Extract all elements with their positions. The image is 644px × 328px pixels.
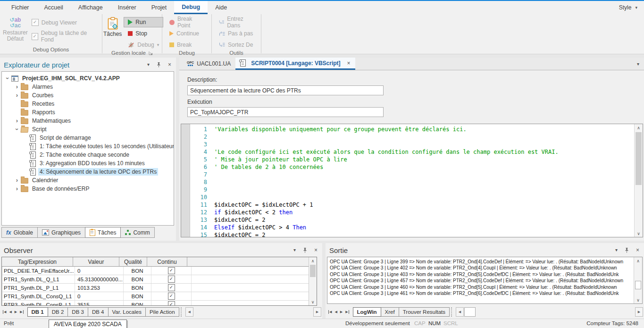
- nav-next-icon[interactable]: ▶: [340, 310, 343, 314]
- nav-first-icon[interactable]: ◀: [3, 310, 6, 314]
- output-tab-logwin[interactable]: LogWin: [353, 307, 381, 317]
- scroll-down-icon[interactable]: ∨: [634, 296, 642, 303]
- output-tab-xref[interactable]: Xref: [381, 307, 399, 317]
- ribbon-tab-debug[interactable]: Debug: [174, 1, 208, 14]
- panel-menu-icon[interactable]: ▾: [615, 248, 618, 252]
- nav-first-icon[interactable]: ◀: [328, 310, 332, 314]
- tree-item-math-matiques[interactable]: ›Mathématiques: [2, 117, 174, 125]
- taches-button[interactable]: Tâches: [103, 16, 122, 37]
- column-header-valeur[interactable]: Valeur: [73, 257, 119, 266]
- watch-tab-var-locales[interactable]: Var. Locales: [108, 307, 146, 317]
- breakpoint-gutter[interactable]: [181, 124, 190, 237]
- log-vertical-scrollbar[interactable]: ∧ ∨: [634, 257, 642, 303]
- close-icon[interactable]: ×: [168, 62, 171, 67]
- pin-icon[interactable]: [303, 247, 307, 253]
- stop-button[interactable]: Stop: [124, 28, 163, 39]
- nav-last-icon[interactable]: ▶: [20, 310, 23, 314]
- watch-tab-db-4[interactable]: DB 4: [88, 307, 109, 317]
- column-header-tag-expression[interactable]: Tag/Expression: [2, 257, 73, 266]
- doc-tab-script0004-langage-v[interactable]: SCRIPT0004 [Langage: VBScript]×: [235, 58, 355, 70]
- tree-item-recettes[interactable]: Recettes: [2, 100, 174, 108]
- tree-expander-icon[interactable]: ›: [13, 84, 21, 90]
- continue-button[interactable]: Continue: [165, 28, 209, 39]
- style-button[interactable]: Style ▾: [619, 1, 637, 14]
- close-icon[interactable]: ×: [347, 60, 351, 67]
- output-tab-trouver-resultats[interactable]: Trouver Resultats: [399, 307, 450, 317]
- explorer-tab-graphiques[interactable]: Graphiques: [37, 227, 85, 238]
- explorer-tab-comm[interactable]: Comm: [120, 227, 154, 238]
- tab-overflow-icon[interactable]: ▾: [637, 61, 639, 67]
- tree-item-script[interactable]: ›Script: [2, 125, 174, 134]
- panel-menu-icon[interactable]: ▾: [147, 62, 150, 67]
- scroll-up-icon[interactable]: ∧: [634, 257, 642, 264]
- column-header-qualit[interactable]: Qualité: [119, 257, 147, 266]
- explorer-tab-globale[interactable]: fxGlobale: [1, 227, 38, 238]
- step-into-button[interactable]: Entrez Dans: [215, 17, 258, 27]
- nav-prev-icon[interactable]: ◀: [9, 310, 11, 314]
- hscrollbar-thumb[interactable]: [464, 307, 476, 317]
- tree-item-rapports[interactable]: Rapports: [2, 108, 174, 117]
- description-input[interactable]: [187, 85, 384, 95]
- table-row[interactable]: PDL_DEIE.TA_FinEffaceUr...0BON✓: [2, 267, 317, 275]
- scroll-right-icon[interactable]: ▶: [635, 307, 643, 317]
- scroll-left-icon[interactable]: ◀: [456, 307, 464, 317]
- ribbon-tab-fichier[interactable]: Fichier: [4, 1, 37, 14]
- scroll-up-icon[interactable]: ∧: [309, 257, 317, 264]
- doc-tab-uacl001-ua[interactable]: OPCUACL001.UA: [182, 58, 235, 70]
- ribbon-tab-aide[interactable]: Aide: [208, 1, 234, 14]
- continu-checkbox[interactable]: ✓: [168, 284, 175, 291]
- code-editor[interactable]: 123456789101112131415 'Variables disponi…: [181, 124, 643, 237]
- continu-checkbox[interactable]: ✓: [168, 293, 175, 300]
- code-lines[interactable]: 'Variables disponible uniquement pour ce…: [209, 124, 634, 237]
- tree-item-courbes[interactable]: ›Courbes: [2, 91, 174, 100]
- panel-menu-icon[interactable]: ▾: [293, 248, 296, 252]
- debug-dropdown-button[interactable]: Debug ▾: [124, 40, 163, 50]
- tree-expander-icon[interactable]: ›: [13, 186, 21, 192]
- step-over-button[interactable]: Pas à pas: [215, 28, 258, 39]
- break-point-button[interactable]: Break Point: [165, 17, 209, 27]
- restore-default-button[interactable]: ↺ab ↺ac Restaurer Défaut: [1, 16, 30, 42]
- close-icon[interactable]: ×: [636, 248, 639, 252]
- close-icon[interactable]: ×: [314, 248, 318, 252]
- scroll-right-icon[interactable]: ▶: [313, 307, 321, 317]
- tree-expander-icon[interactable]: ›: [13, 93, 21, 98]
- run-button[interactable]: Run: [124, 17, 163, 27]
- debug-background-task-checkbox[interactable]: ✓ Debug la tâche de Fond: [32, 30, 96, 43]
- scroll-down-icon[interactable]: ∨: [635, 230, 643, 237]
- pin-icon[interactable]: [157, 62, 161, 67]
- ribbon-tab-ins-rer[interactable]: Insérer: [110, 1, 144, 14]
- tree-item-1-t-che-ex-cut-e-toutes-les-10[interactable]: 1: Tâche exécutée toutes les 10 secondes…: [2, 142, 174, 151]
- tree-item-calendrier[interactable]: ›Calendrier: [2, 176, 174, 185]
- break-button[interactable]: Break: [165, 40, 209, 50]
- nav-last-icon[interactable]: ▶: [345, 310, 349, 314]
- watch-tab-db-3[interactable]: DB 3: [67, 307, 88, 317]
- log-output[interactable]: OPC UA Client: Groupe 3 | Ligne 399 => N…: [327, 257, 643, 304]
- editor-vertical-scrollbar[interactable]: ∧ ∨: [634, 124, 643, 237]
- tree-item-script-de-d-marrage[interactable]: Script de démarrage: [2, 134, 174, 142]
- nav-prev-icon[interactable]: ◀: [335, 310, 337, 314]
- table-row[interactable]: PTR1_Synth.DL_P_L11013.253BON✓: [2, 284, 317, 292]
- tree-item-4-s-quencement-de-la-lecture-o[interactable]: 4: Séquencement de la lecture OPC des PT…: [2, 168, 174, 176]
- table-vertical-scrollbar[interactable]: ∧ ∨: [309, 257, 317, 305]
- tree-expander-icon[interactable]: ›: [14, 126, 20, 133]
- tree-expander-icon[interactable]: ›: [5, 75, 10, 82]
- tree-item-projet-eg-ihm-sol-rcv-v4-2-app[interactable]: ›Projet:EG_IHM_SOL_RCV_V4.2.APP: [2, 74, 174, 83]
- tree-item-2-t-che-ex-cut-e-chaque-second[interactable]: 2: Tâche exécutée chaque seconde: [2, 151, 174, 159]
- nav-next-icon[interactable]: ▶: [15, 310, 17, 314]
- strip-splitter[interactable]: [451, 307, 454, 317]
- dialog-launcher-icon[interactable]: [149, 51, 153, 55]
- project-tree[interactable]: ›Projet:EG_IHM_SOL_RCV_V4.2.APP›Alarmes›…: [1, 71, 174, 226]
- continu-checkbox[interactable]: ✓: [168, 276, 175, 283]
- tree-expander-icon[interactable]: ›: [13, 118, 21, 124]
- column-header-continu[interactable]: Continu: [147, 257, 187, 266]
- ribbon-tab-accueil[interactable]: Accueil: [37, 1, 71, 14]
- scrollbar-thumb[interactable]: [635, 281, 641, 289]
- scroll-up-icon[interactable]: ∧: [635, 124, 643, 131]
- table-row[interactable]: PTR1_Synth.DL_ConsQ_L10BON✓: [2, 292, 317, 301]
- tree-item-3-aggregation-bdd-toutes-les-1[interactable]: 3: Aggregation BDD toutes les 10 minutes: [2, 159, 174, 168]
- tree-item-base-de-donn-es-erp[interactable]: ›Base de données/ERP: [2, 185, 174, 193]
- scroll-left-icon[interactable]: ◀: [185, 307, 193, 317]
- scrollbar-thumb[interactable]: [636, 132, 642, 185]
- scrollbar-thumb[interactable]: [310, 265, 316, 277]
- step-out-button[interactable]: Sortez De: [215, 40, 258, 50]
